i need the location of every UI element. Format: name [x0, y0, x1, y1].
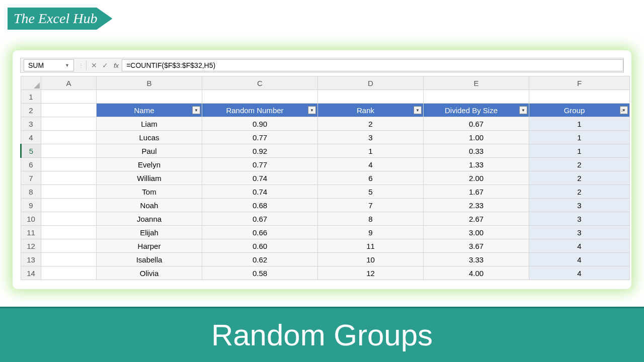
cell-rank[interactable]: 12	[318, 266, 424, 280]
row-head-4[interactable]: 4	[21, 131, 41, 144]
row-head-14[interactable]: 14	[21, 266, 41, 280]
filter-dropdown-icon[interactable]: ▼	[414, 106, 422, 114]
cell-random[interactable]: 0.68	[202, 199, 318, 212]
cell-A10[interactable]	[41, 212, 97, 226]
cell-random[interactable]: 0.92	[202, 144, 318, 158]
cell-divided[interactable]: 2.67	[424, 212, 529, 226]
cell-name[interactable]: William	[97, 171, 202, 185]
col-head-F[interactable]: F	[529, 76, 630, 90]
cell-name[interactable]: Lucas	[97, 131, 202, 144]
cell-group[interactable]: 2	[529, 185, 630, 199]
table-header-random-number[interactable]: Random Number▼	[202, 104, 318, 117]
table-header-divided-by-size[interactable]: Divided By Size▼	[424, 104, 529, 117]
col-head-C[interactable]: C	[202, 76, 318, 90]
row-head-10[interactable]: 10	[21, 212, 41, 226]
cell-divided[interactable]: 2.00	[424, 171, 529, 185]
cell-rank[interactable]: 8	[318, 212, 424, 226]
cell-rank[interactable]: 3	[318, 131, 424, 144]
cell-name[interactable]: Joanna	[97, 212, 202, 226]
cell-A14[interactable]	[41, 266, 97, 280]
cell-random[interactable]: 0.77	[202, 131, 318, 144]
cell-D1[interactable]	[318, 90, 424, 104]
cell-random[interactable]: 0.60	[202, 239, 318, 253]
cell-name[interactable]: Harper	[97, 239, 202, 253]
cell-divided[interactable]: 1.67	[424, 185, 529, 199]
cell-random[interactable]: 0.77	[202, 158, 318, 171]
name-box-dropdown-icon[interactable]: ▼	[65, 63, 69, 68]
cell-A9[interactable]	[41, 199, 97, 212]
cell-B1[interactable]	[97, 90, 202, 104]
cell-random[interactable]: 0.67	[202, 212, 318, 226]
row-head-7[interactable]: 7	[21, 171, 41, 185]
cell-group[interactable]: 1	[529, 144, 630, 158]
cell-divided[interactable]: 3.00	[424, 226, 529, 239]
cell-A1[interactable]	[41, 90, 97, 104]
cell-group[interactable]: 4	[529, 239, 630, 253]
cell-random[interactable]: 0.58	[202, 266, 318, 280]
cell-divided[interactable]: 1.33	[424, 158, 529, 171]
cell-name[interactable]: Paul	[97, 144, 202, 158]
cell-rank[interactable]: 5	[318, 185, 424, 199]
cell-name[interactable]: Noah	[97, 199, 202, 212]
filter-dropdown-icon[interactable]: ▼	[620, 106, 628, 114]
col-head-A[interactable]: A	[41, 76, 97, 90]
cell-name[interactable]: Isabella	[97, 253, 202, 266]
row-head-13[interactable]: 13	[21, 253, 41, 266]
cell-name[interactable]: Liam	[97, 117, 202, 131]
cell-A4[interactable]	[41, 131, 97, 144]
row-head-1[interactable]: 1	[21, 90, 41, 104]
cell-name[interactable]: Evelyn	[97, 158, 202, 171]
cell-random[interactable]: 0.66	[202, 226, 318, 239]
cell-random[interactable]: 0.90	[202, 117, 318, 131]
enter-icon[interactable]: ✓	[100, 61, 111, 69]
cell-C1[interactable]	[202, 90, 318, 104]
cell-random[interactable]: 0.74	[202, 185, 318, 199]
spreadsheet-grid[interactable]: A B C D E F 12Name▼Random Number▼Rank▼Di…	[20, 76, 630, 280]
row-head-6[interactable]: 6	[21, 158, 41, 171]
row-head-12[interactable]: 12	[21, 239, 41, 253]
cell-A12[interactable]	[41, 239, 97, 253]
cell-divided[interactable]: 2.33	[424, 199, 529, 212]
row-head-9[interactable]: 9	[21, 199, 41, 212]
cell-divided[interactable]: 0.67	[424, 117, 529, 131]
table-header-name[interactable]: Name▼	[97, 104, 202, 117]
cell-group[interactable]: 3	[529, 226, 630, 239]
cell-rank[interactable]: 2	[318, 117, 424, 131]
cell-rank[interactable]: 11	[318, 239, 424, 253]
cell-F1[interactable]	[529, 90, 630, 104]
cell-random[interactable]: 0.74	[202, 171, 318, 185]
cell-rank[interactable]: 10	[318, 253, 424, 266]
row-head-3[interactable]: 3	[21, 117, 41, 131]
row-head-5[interactable]: 5	[21, 144, 41, 158]
cell-name[interactable]: Elijah	[97, 226, 202, 239]
filter-dropdown-icon[interactable]: ▼	[308, 106, 316, 114]
select-all-corner[interactable]	[21, 76, 41, 90]
cell-group[interactable]: 3	[529, 199, 630, 212]
cell-name[interactable]: Tom	[97, 185, 202, 199]
cell-A6[interactable]	[41, 158, 97, 171]
cell-rank[interactable]: 9	[318, 226, 424, 239]
row-head-11[interactable]: 11	[21, 226, 41, 239]
cell-random[interactable]: 0.62	[202, 253, 318, 266]
cell-A2[interactable]	[41, 104, 97, 117]
cell-rank[interactable]: 4	[318, 158, 424, 171]
col-head-D[interactable]: D	[318, 76, 424, 90]
cell-group[interactable]: 3	[529, 212, 630, 226]
cell-group[interactable]: 1	[529, 131, 630, 144]
row-head-2[interactable]: 2	[21, 104, 41, 117]
col-head-E[interactable]: E	[424, 76, 529, 90]
cell-A5[interactable]	[41, 144, 97, 158]
cell-group[interactable]: 4	[529, 253, 630, 266]
fx-label[interactable]: fx	[114, 62, 119, 69]
cell-A3[interactable]	[41, 117, 97, 131]
cell-E1[interactable]	[424, 90, 529, 104]
cell-divided[interactable]: 4.00	[424, 266, 529, 280]
cell-group[interactable]: 2	[529, 171, 630, 185]
cell-A8[interactable]	[41, 185, 97, 199]
cell-group[interactable]: 1	[529, 117, 630, 131]
cell-divided[interactable]: 1.00	[424, 131, 529, 144]
name-box[interactable]: SUM ▼	[24, 59, 74, 71]
filter-dropdown-icon[interactable]: ▼	[519, 106, 527, 114]
cell-group[interactable]: 4	[529, 266, 630, 280]
cell-divided[interactable]: 0.33	[424, 144, 529, 158]
